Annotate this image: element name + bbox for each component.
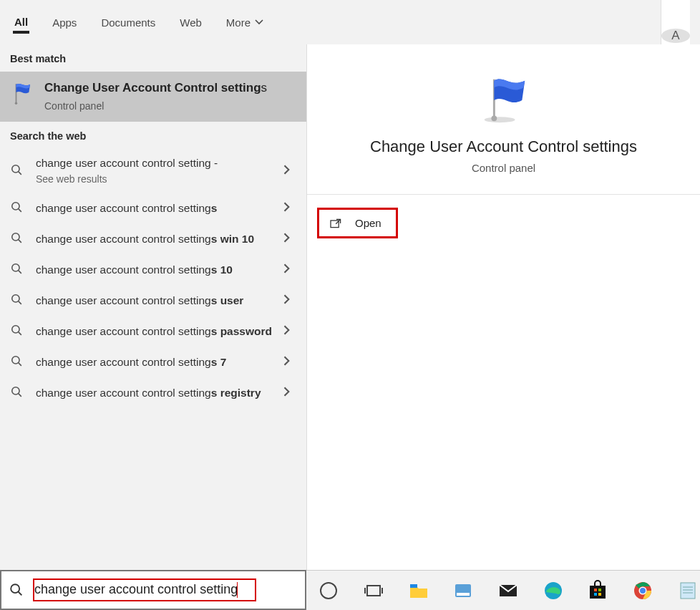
web-result-text: change user account control settings win… (36, 232, 272, 247)
avatar[interactable]: A (661, 29, 690, 43)
chevron-down-icon (255, 16, 263, 29)
chevron-right-icon (282, 263, 298, 276)
best-match-result[interactable]: Change User Account Control settings Con… (0, 72, 306, 122)
web-result-text: change user account control settings 7 (36, 355, 272, 370)
divider (307, 194, 700, 195)
web-result-0[interactable]: change user account control setting - Se… (0, 149, 306, 193)
preview-panel: Change User Account Control settings Con… (306, 44, 700, 570)
svg-rect-30 (598, 589, 601, 591)
svg-rect-20 (367, 586, 380, 596)
web-result-4[interactable]: change user account control settings use… (0, 286, 306, 316)
svg-rect-17 (331, 221, 339, 228)
search-icon (9, 582, 24, 598)
svg-rect-28 (590, 586, 606, 599)
svg-point-19 (321, 583, 336, 599)
web-results-header: Search the web (0, 122, 306, 149)
best-match-header: Best match (0, 44, 306, 72)
mail-icon[interactable] (496, 578, 521, 604)
web-result-7[interactable]: change user account control settings reg… (0, 378, 306, 409)
web-result-text: change user account control settings 10 (36, 263, 272, 278)
web-result-2[interactable]: change user account control settings win… (0, 224, 306, 255)
chevron-right-icon (282, 387, 298, 400)
search-icon (10, 163, 26, 180)
results-panel: Best match Change User Account Control s… (0, 44, 306, 570)
file-explorer-icon[interactable] (406, 578, 431, 604)
svg-rect-25 (457, 593, 470, 596)
preview-subtitle: Control panel (472, 162, 535, 174)
best-match-title: Change User Account Control settings (44, 80, 267, 96)
tab-more[interactable]: More (225, 12, 265, 33)
tab-all[interactable]: All (13, 11, 29, 34)
search-icon (10, 200, 26, 217)
tab-web[interactable]: Web (178, 12, 203, 33)
best-match-subtitle: Control panel (44, 100, 267, 112)
chevron-right-icon (282, 165, 298, 178)
svg-rect-32 (598, 593, 601, 596)
web-result-5[interactable]: change user account control settings pas… (0, 316, 306, 347)
word-icon[interactable] (451, 578, 476, 604)
web-result-text: change user account control setting - Se… (36, 156, 272, 186)
tab-apps[interactable]: Apps (51, 12, 78, 33)
search-icon (10, 354, 26, 371)
edge-icon[interactable] (540, 578, 565, 604)
notepad-icon[interactable] (675, 578, 700, 604)
chevron-right-icon (282, 202, 298, 215)
open-icon (329, 218, 344, 229)
svg-point-18 (11, 584, 19, 593)
chevron-right-icon (282, 325, 298, 338)
search-icon (10, 324, 26, 340)
chevron-right-icon (282, 233, 298, 246)
svg-point-11 (12, 326, 19, 333)
open-button[interactable]: Open (317, 208, 398, 238)
uac-flag-icon (476, 73, 532, 125)
web-result-text: change user account control settings pas… (36, 324, 272, 339)
svg-point-16 (491, 115, 497, 121)
cortana-icon[interactable] (316, 578, 341, 604)
svg-rect-23 (410, 584, 417, 588)
chevron-right-icon (282, 294, 298, 307)
web-result-text: change user account control settings use… (36, 294, 272, 309)
search-input[interactable]: change user account control setting (34, 582, 298, 598)
chrome-icon[interactable] (631, 578, 656, 604)
svg-point-12 (12, 357, 19, 364)
svg-point-6 (12, 165, 19, 172)
chevron-right-icon (282, 356, 298, 369)
svg-point-5 (15, 102, 17, 105)
svg-point-8 (12, 233, 19, 241)
tab-documents[interactable]: Documents (99, 12, 157, 33)
web-result-text: change user account control settings (36, 201, 272, 216)
search-filter-tabs: All Apps Documents Web More A (0, 0, 700, 44)
svg-point-7 (12, 203, 19, 210)
svg-point-35 (640, 588, 646, 594)
svg-point-14 (484, 117, 515, 122)
search-icon (10, 231, 26, 248)
search-icon (10, 385, 26, 402)
svg-rect-31 (594, 593, 597, 596)
search-icon (10, 293, 26, 309)
taskbar (306, 570, 700, 610)
open-label: Open (355, 217, 381, 229)
tab-more-label: More (226, 16, 251, 29)
microsoft-store-icon[interactable] (585, 578, 611, 604)
svg-point-9 (12, 264, 19, 271)
uac-flag-icon (10, 80, 34, 105)
web-result-text: change user account control settings reg… (36, 386, 272, 401)
web-result-6[interactable]: change user account control settings 7 (0, 347, 306, 378)
search-bar[interactable]: change user account control setting (0, 570, 306, 610)
svg-rect-29 (594, 589, 597, 591)
svg-point-13 (12, 387, 19, 394)
preview-title: Change User Account Control settings (370, 137, 637, 156)
task-view-icon[interactable] (361, 578, 387, 604)
web-result-1[interactable]: change user account control settings (0, 193, 306, 224)
svg-rect-36 (681, 583, 695, 599)
web-result-3[interactable]: change user account control settings 10 (0, 255, 306, 286)
search-icon (10, 262, 26, 279)
svg-point-10 (12, 295, 19, 302)
